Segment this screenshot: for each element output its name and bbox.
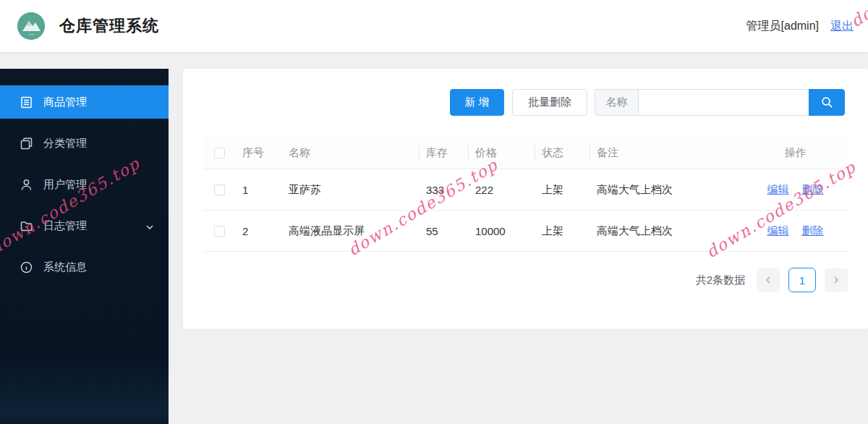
cell-remark: 高端大气上档次 — [590, 211, 743, 251]
add-button[interactable]: 新 增 — [450, 89, 504, 116]
search-input[interactable] — [638, 89, 809, 116]
app-logo-icon: ~~~ — [17, 12, 45, 40]
sidebar-item-logs[interactable]: 日志管理 — [0, 209, 169, 242]
sidebar: 商品管理 分类管理 用户管理 日志管理 — [0, 69, 169, 424]
edit-link[interactable]: 编辑 — [767, 183, 789, 197]
sidebar-item-category[interactable]: 分类管理 — [0, 127, 169, 160]
col-header-status: 状态 — [535, 137, 590, 169]
select-all-checkbox[interactable] — [214, 148, 225, 158]
category-icon — [20, 137, 33, 150]
sidebar-item-label: 日志管理 — [43, 219, 87, 233]
select-all-cell — [203, 137, 235, 169]
sidebar-item-label: 分类管理 — [43, 137, 87, 150]
cell-name: 亚萨苏 — [281, 169, 419, 210]
search-icon — [821, 96, 833, 109]
sidebar-item-goods[interactable]: 商品管理 — [0, 85, 169, 119]
search-button[interactable] — [809, 89, 845, 116]
delete-link[interactable]: 删除 — [802, 183, 824, 197]
cell-stock: 55 — [419, 211, 468, 251]
cell-index: 1 — [235, 169, 281, 210]
user-icon — [20, 179, 33, 191]
search-group: 名称 — [595, 89, 845, 116]
pagination-total-label: 共2条数据 — [696, 274, 745, 287]
cell-index: 2 — [235, 211, 281, 251]
cell-name: 高端液晶显示屏 — [281, 211, 419, 251]
chevron-right-icon — [832, 276, 841, 284]
cell-price: 222 — [468, 169, 535, 210]
table-row: 1 亚萨苏 333 222 上架 高端大气上档次 编辑 删除 — [203, 169, 848, 211]
col-header-index: 序号 — [235, 137, 281, 169]
sidebar-item-label: 商品管理 — [43, 96, 87, 109]
batch-delete-button[interactable]: 批量删除 — [512, 89, 587, 116]
next-page-button[interactable] — [825, 268, 848, 292]
col-header-stock: 库存 — [419, 137, 468, 169]
cell-stock: 333 — [419, 169, 468, 210]
pagination: 共2条数据 1 — [696, 268, 848, 292]
col-header-name: 名称 — [281, 137, 419, 169]
col-header-remark: 备注 — [590, 137, 743, 169]
sidebar-item-label: 系统信息 — [43, 260, 87, 274]
chevron-down-icon — [145, 221, 154, 230]
search-prefix-label: 名称 — [595, 89, 638, 116]
edit-link[interactable]: 编辑 — [767, 224, 789, 238]
chevron-left-icon — [764, 276, 773, 284]
prev-page-button[interactable] — [757, 268, 780, 292]
cell-price: 10000 — [468, 211, 535, 251]
row-checkbox[interactable] — [214, 226, 225, 237]
page-title: 仓库管理系统 — [59, 15, 159, 37]
info-icon — [20, 261, 33, 274]
cell-status: 上架 — [535, 169, 590, 210]
sidebar-item-system-info[interactable]: 系统信息 — [0, 250, 169, 284]
col-header-operations: 操作 — [743, 137, 848, 169]
table-row: 2 高端液晶显示屏 55 10000 上架 高端大气上档次 编辑 删除 — [203, 211, 848, 252]
app-header: ~~~ 仓库管理系统 管理员[admin] 退出 — [0, 0, 868, 52]
log-folder-icon — [20, 220, 33, 232]
delete-link[interactable]: 删除 — [802, 224, 824, 238]
goods-list-icon — [20, 96, 33, 109]
col-header-price: 价格 — [468, 137, 535, 169]
goods-table: 序号 名称 库存 价格 状态 备注 操作 1 亚萨苏 333 222 上架 高端… — [203, 137, 848, 252]
svg-text:~~~: ~~~ — [28, 32, 35, 36]
row-checkbox[interactable] — [214, 185, 225, 195]
cell-status: 上架 — [535, 211, 590, 251]
header-user-area: 管理员[admin] 退出 — [746, 19, 854, 34]
sidebar-item-users[interactable]: 用户管理 — [0, 168, 169, 201]
cell-remark: 高端大气上档次 — [590, 169, 743, 210]
main-content-panel: 新 增 批量删除 名称 序号 名称 库存 价格 状态 备注 操作 — [183, 69, 868, 329]
sidebar-item-label: 用户管理 — [43, 178, 87, 192]
table-header-row: 序号 名称 库存 价格 状态 备注 操作 — [203, 137, 848, 169]
current-user-label: 管理员[admin] — [746, 19, 819, 34]
page-number-button[interactable]: 1 — [788, 268, 816, 292]
toolbar: 新 增 批量删除 名称 — [450, 89, 845, 116]
logout-link[interactable]: 退出 — [830, 19, 854, 34]
